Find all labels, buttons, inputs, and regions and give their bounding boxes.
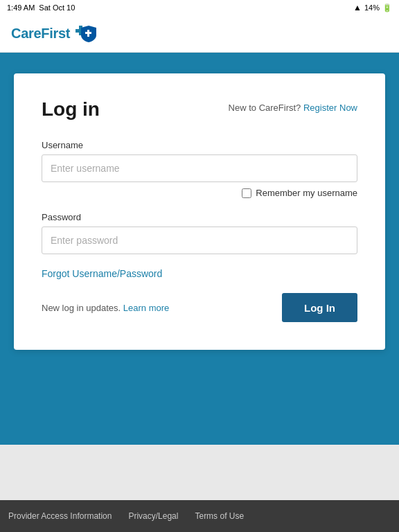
footer-provider-access[interactable]: Provider Access Information (8, 511, 112, 521)
wifi-icon: ▲ (353, 3, 362, 12)
remember-checkbox[interactable] (242, 188, 251, 198)
login-card: Log in New to CareFirst? Register Now Us… (14, 73, 385, 350)
footer-background (0, 445, 399, 500)
footer-privacy-legal[interactable]: Privacy/Legal (128, 511, 178, 521)
remember-label: Remember my username (256, 188, 357, 198)
update-text: New log in updates. (42, 303, 121, 313)
carefirst-logo-icon (73, 24, 98, 44)
status-date: Sat Oct 10 (39, 3, 75, 12)
header: CareFirst (0, 15, 399, 53)
battery-level: 14% (364, 3, 380, 12)
remember-row: Remember my username (42, 188, 357, 198)
username-label: Username (42, 140, 357, 150)
login-title: Log in (42, 98, 100, 121)
bottom-row: New log in updates. Learn more Log In (42, 293, 357, 322)
register-now-link[interactable]: Register Now (303, 103, 357, 113)
password-label: Password (42, 212, 357, 222)
svg-rect-3 (85, 32, 91, 34)
username-input[interactable] (42, 154, 357, 182)
main-content: Log in New to CareFirst? Register Now Us… (0, 53, 399, 445)
login-button[interactable]: Log In (282, 293, 357, 322)
username-group: Username Remember my username (42, 140, 357, 198)
password-input[interactable] (42, 227, 357, 254)
status-bar: 1:49 AM Sat Oct 10 ▲ 14% 🔋 (0, 0, 399, 15)
learn-more-link[interactable]: Learn more (123, 303, 169, 313)
footer-terms-of-use[interactable]: Terms of Use (195, 511, 244, 521)
status-time: 1:49 AM (7, 3, 35, 12)
forgot-link[interactable]: Forgot Username/Password (42, 268, 357, 279)
logo-icon (73, 24, 98, 44)
new-user-section: New to CareFirst? Register Now (229, 98, 357, 113)
new-user-text: New to CareFirst? (229, 103, 301, 113)
password-group: Password (42, 212, 357, 254)
footer: Provider Access Information Privacy/Lega… (0, 500, 399, 532)
update-text-section: New log in updates. Learn more (42, 303, 169, 313)
battery-icon: 🔋 (382, 3, 392, 12)
logo-text: CareFirst (11, 26, 70, 42)
card-header: Log in New to CareFirst? Register Now (42, 98, 357, 121)
